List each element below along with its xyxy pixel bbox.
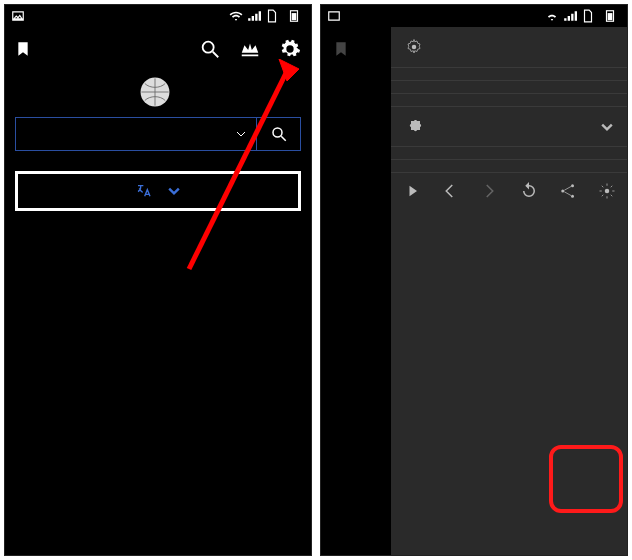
bookmark-icon	[333, 39, 349, 59]
svg-point-15	[605, 188, 610, 193]
background-dim	[321, 27, 393, 555]
svg-line-3	[213, 52, 219, 58]
read-language-button[interactable]	[15, 171, 301, 211]
chevron-down-icon	[601, 121, 613, 133]
svg-point-5	[273, 128, 282, 137]
signal-icon	[563, 9, 577, 23]
reload-icon[interactable]	[520, 182, 538, 200]
wikipedia-globe-icon	[138, 75, 172, 109]
gear-icon[interactable]	[279, 38, 301, 60]
translate-icon	[136, 183, 152, 199]
search-row	[15, 117, 301, 151]
battery-icon	[287, 9, 301, 23]
sim-icon	[265, 9, 279, 23]
title-bar	[5, 27, 311, 71]
forward-icon[interactable]	[480, 182, 498, 200]
svg-point-2	[203, 42, 214, 53]
svg-point-12	[561, 189, 564, 192]
search-button[interactable]	[257, 117, 301, 151]
battery-icon	[603, 9, 617, 23]
puzzle-icon	[405, 118, 423, 136]
svg-point-11	[412, 45, 417, 50]
search-icon	[270, 125, 288, 143]
chevron-down-icon	[168, 185, 180, 197]
picture-icon	[327, 9, 341, 23]
bookmark-icon[interactable]	[15, 39, 31, 59]
signal-icon	[247, 9, 261, 23]
picture-icon	[11, 9, 25, 23]
crown-icon[interactable]	[239, 38, 261, 60]
back-icon[interactable]	[441, 182, 459, 200]
right-screenshot	[320, 4, 628, 556]
left-screenshot	[4, 4, 312, 556]
status-bar	[321, 5, 627, 27]
more-settings-row[interactable]	[391, 27, 627, 67]
sim-icon	[581, 9, 595, 23]
back-start-icon[interactable]	[402, 182, 420, 200]
annotation-highlight	[549, 445, 623, 513]
scriptlets-row[interactable]	[391, 106, 627, 146]
svg-line-6	[281, 136, 286, 141]
hero	[5, 75, 311, 109]
gear-icon[interactable]	[598, 182, 616, 200]
svg-rect-10	[608, 13, 613, 20]
wifi-icon	[229, 9, 243, 23]
svg-point-14	[571, 194, 574, 197]
svg-rect-1	[292, 13, 297, 20]
nav-footer	[391, 172, 627, 208]
share-icon[interactable]	[559, 182, 577, 200]
chevron-down-icon	[236, 129, 246, 139]
gear-icon	[405, 38, 423, 56]
search-input[interactable]	[15, 117, 257, 151]
status-bar	[5, 5, 311, 27]
svg-point-13	[571, 184, 574, 187]
wifi-icon	[545, 9, 559, 23]
search-icon[interactable]	[199, 38, 221, 60]
